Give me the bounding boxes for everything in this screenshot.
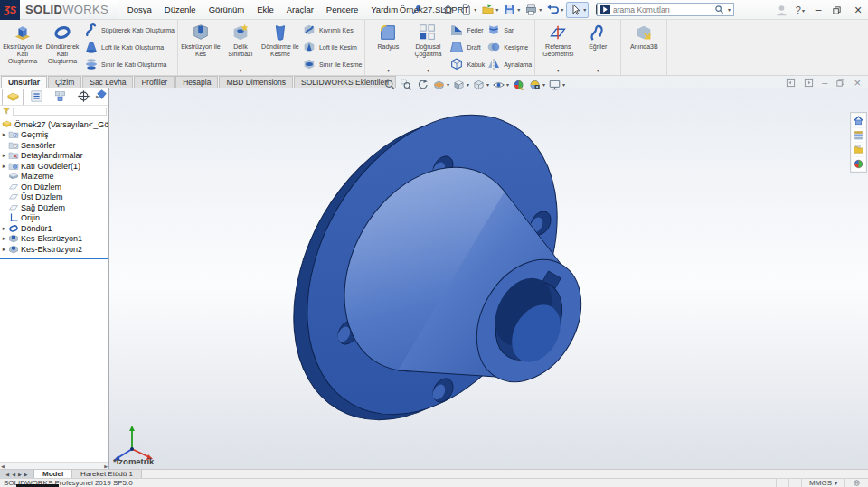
tree-item-üst-düzlem[interactable]: Üst Düzlem bbox=[0, 192, 108, 203]
tree-root[interactable]: Örnek27 (Varsayılan<_Görü bbox=[0, 119, 108, 130]
headsup-scene-button[interactable]: ▾ bbox=[528, 79, 545, 91]
scroll-left-icon[interactable]: ◀ bbox=[1, 464, 5, 469]
taskpane-tp-appearance-button[interactable] bbox=[852, 157, 865, 171]
ribbon-ekstrüzyon-ile-katı-oluşturma-button[interactable]: Ekstrüzyon ile Katı Oluşturma bbox=[3, 22, 42, 73]
qa-undo-button[interactable]: ▾ bbox=[544, 2, 565, 18]
ribbon-anında3b-button[interactable]: Anında3B bbox=[624, 22, 664, 73]
tree-item-detaylandırmalar[interactable]: ▸ADetaylandırmalar bbox=[0, 151, 108, 162]
ribbon-loft-ile-kesim-button[interactable]: Loft ile Kesim bbox=[302, 39, 362, 55]
expand-arrow[interactable]: ▸ bbox=[0, 246, 8, 253]
minimize-button[interactable]: – bbox=[812, 4, 825, 16]
qa-save-button[interactable]: ▾ bbox=[501, 2, 522, 18]
search-box[interactable]: arama Komutları ▾ bbox=[597, 3, 734, 16]
doc-minimize-button[interactable]: – bbox=[822, 78, 827, 88]
expand-arrow[interactable]: ▸ bbox=[0, 131, 8, 138]
collapse-pane-right-icon[interactable] bbox=[804, 78, 814, 88]
ribbon-eğriler-button[interactable]: Eğriler▾ bbox=[578, 22, 618, 73]
tree-item-ön-düzlem[interactable]: Ön Düzlem bbox=[0, 182, 108, 192]
ribbon-doğrusal-çoğaltma-button[interactable]: Doğrusal Çoğaltma▾ bbox=[408, 22, 448, 73]
taskpane-tp-library-button[interactable] bbox=[852, 128, 865, 142]
tab-unsurlar[interactable]: Unsurlar bbox=[1, 76, 47, 88]
help-button[interactable]: ?▾ bbox=[796, 5, 805, 15]
menu-yardım[interactable]: Yardım bbox=[365, 3, 403, 16]
headsup-zoom-fit-button[interactable] bbox=[383, 79, 397, 91]
ribbon-ekstrüzyon-ile-kes-button[interactable]: Ekstrüzyon ile Kes bbox=[181, 22, 221, 73]
headsup-section-button[interactable]: ▾ bbox=[432, 79, 449, 91]
headsup-prev-view-button[interactable] bbox=[416, 79, 429, 91]
expand-arrow[interactable]: ▸ bbox=[0, 152, 8, 159]
menu-ekle[interactable]: Ekle bbox=[251, 3, 278, 16]
fmtab-fm-part[interactable] bbox=[2, 89, 24, 105]
menu-düzenle[interactable]: Düzenle bbox=[159, 3, 202, 16]
menu-araçlar[interactable]: Araçlar bbox=[281, 3, 319, 16]
tag-cell[interactable] bbox=[844, 479, 868, 487]
headsup-eye-button[interactable]: ▾ bbox=[492, 79, 509, 91]
ribbon-döndürme-ile-kesme-button[interactable]: Döndürme ile Kesme bbox=[260, 22, 300, 73]
qa-select-button[interactable]: ▾ bbox=[566, 2, 589, 18]
tab-nav-arrows[interactable]: ◀◀▶▶ bbox=[0, 470, 34, 478]
expand-arrow[interactable]: ▸ bbox=[0, 225, 8, 232]
tree-item-kes-ekstrüzyon2[interactable]: ▸Kes-Ekstrüzyon2 bbox=[0, 244, 108, 255]
units-selector[interactable]: MMGS▾ bbox=[801, 479, 844, 487]
ribbon-draft-button[interactable]: Draft bbox=[449, 39, 485, 55]
headsup-orientation-button[interactable]: ▾ bbox=[452, 79, 469, 91]
scroll-right-icon[interactable]: ▶ bbox=[104, 464, 108, 469]
flange-part-3d[interactable] bbox=[109, 88, 868, 469]
fmtab-fm-config[interactable] bbox=[49, 89, 71, 105]
tab-hesapla[interactable]: Hesapla bbox=[175, 76, 218, 88]
ribbon-sınır-ile-kesme-button[interactable]: Sınır ile Kesme bbox=[302, 56, 362, 72]
ribbon-kıvrımlı-kes-button[interactable]: Kıvrımlı Kes bbox=[302, 22, 362, 38]
restore-button[interactable] bbox=[832, 5, 844, 15]
tree-item-orijin[interactable]: Orijin bbox=[0, 213, 108, 224]
search-magnifier-icon[interactable] bbox=[714, 5, 724, 14]
ribbon-süpürerek-katı-oluşturma-button[interactable]: Süpürerek Katı Oluşturma bbox=[84, 22, 175, 38]
fm-gem-icon[interactable] bbox=[96, 89, 108, 100]
ribbon-sar-button[interactable]: Sar bbox=[486, 22, 532, 38]
filter-funnel-icon[interactable] bbox=[2, 107, 11, 116]
tree-item-kes-ekstrüzyon1[interactable]: ▸Kes-Ekstrüzyon1 bbox=[0, 234, 108, 245]
ribbon-kabuk-button[interactable]: Kabuk bbox=[449, 56, 485, 72]
tab-çizim[interactable]: Çizim bbox=[48, 76, 81, 88]
qa-open-button[interactable]: ▾ bbox=[479, 2, 500, 18]
tree-item-sensörler[interactable]: Sensörler bbox=[0, 140, 108, 151]
headsup-monitor-button[interactable]: ▾ bbox=[548, 79, 565, 91]
collapse-pane-left-icon[interactable] bbox=[786, 78, 796, 88]
user-account-icon[interactable] bbox=[775, 4, 788, 17]
tree-item-malzeme-belirli-değil[interactable]: Malzeme bbox=[0, 172, 108, 183]
expand-arrow[interactable]: ▸ bbox=[0, 235, 8, 242]
qa-print-button[interactable]: ▾ bbox=[523, 2, 543, 18]
close-button[interactable]: × bbox=[852, 3, 864, 17]
ribbon-radyus-button[interactable]: Radyus▾ bbox=[368, 22, 408, 73]
graphics-viewport[interactable]: *İzometrik bbox=[109, 88, 868, 469]
fmtab-fm-tree[interactable] bbox=[25, 89, 47, 105]
taskpane-tp-home-button[interactable] bbox=[852, 114, 865, 127]
ribbon-aynalama-button[interactable]: Aynalama bbox=[486, 56, 532, 72]
taskpane-tp-explorer-button[interactable] bbox=[852, 143, 865, 156]
tab-sac-levha[interactable]: Sac Levha bbox=[82, 76, 133, 88]
ribbon-loft-ile-katı-oluşturma-button[interactable]: Loft ile Katı Oluşturma bbox=[84, 39, 175, 55]
ribbon-referans-geometrisi-button[interactable]: Referans Geometrisi▾ bbox=[538, 22, 578, 73]
tree-item-geçmiş[interactable]: ▸Geçmiş bbox=[0, 130, 108, 141]
search-caret[interactable]: ▾ bbox=[728, 6, 731, 13]
bottom-tab-hareket-etüdü-1[interactable]: Hareket Etüdü 1 bbox=[72, 470, 142, 478]
ribbon-feder-button[interactable]: Feder bbox=[449, 22, 485, 38]
tab-mbd-dimensions[interactable]: MBD Dimensions bbox=[219, 76, 293, 88]
ribbon-kesişme-button[interactable]: Kesişme bbox=[486, 39, 532, 55]
tree-filter-input[interactable] bbox=[13, 108, 107, 116]
tree-item-sağ-düzlem[interactable]: Sağ Düzlem bbox=[0, 202, 108, 213]
ribbon-sınır-ile-katı-oluşturma-button[interactable]: Sınır ile Katı Oluşturma bbox=[84, 56, 175, 72]
doc-restore-button[interactable] bbox=[835, 78, 845, 88]
tab-solidworks-eklentileri[interactable]: SOLIDWORKS Eklentileri bbox=[294, 76, 396, 88]
ribbon-döndürerek-katı-oluşturma-button[interactable]: Döndürerek Katı Oluşturma bbox=[42, 22, 82, 73]
search-input[interactable]: arama Komutları bbox=[613, 5, 712, 14]
headsup-display-style-button[interactable]: ▾ bbox=[472, 79, 489, 91]
headsup-appearance-button[interactable] bbox=[512, 79, 525, 91]
menu-dosya[interactable]: Dosya bbox=[122, 3, 157, 16]
bottom-tab-model[interactable]: Model bbox=[34, 470, 72, 478]
tree-item-katı-gövdeler-1[interactable]: ▸Katı Gövdeler(1) bbox=[0, 161, 108, 172]
ribbon-delik-sihirbazı-button[interactable]: Delik Sihirbazı▾ bbox=[221, 22, 260, 73]
expand-arrow[interactable]: ▸ bbox=[0, 163, 8, 170]
fmtab-fm-dimx[interactable] bbox=[72, 89, 94, 105]
tab-profiller[interactable]: Profiller bbox=[134, 76, 175, 88]
doc-close-button[interactable]: × bbox=[854, 78, 861, 88]
